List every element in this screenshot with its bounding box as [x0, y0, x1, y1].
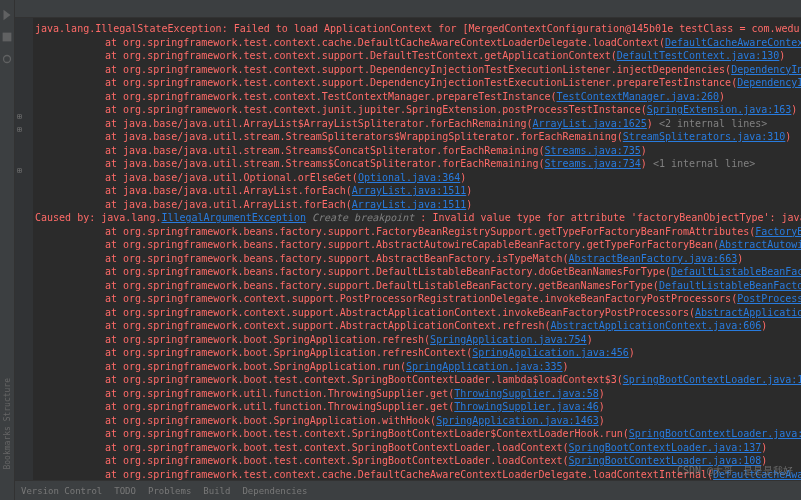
stack-frame: at java.base/java.util.stream.Streams$Co… — [35, 144, 801, 158]
console-output[interactable]: ⊞ ⊞ ⊞ java.lang.IllegalStateException: F… — [15, 18, 801, 480]
stack-frame: at java.base/java.util.ArrayList$ArrayLi… — [35, 117, 801, 131]
stack-frame: at org.springframework.context.support.A… — [35, 306, 801, 320]
stack-frame: at org.springframework.boot.SpringApplic… — [35, 346, 801, 360]
source-link[interactable]: ThrowingSupplier.java:58 — [454, 388, 599, 399]
tab-problems[interactable]: Problems — [148, 486, 191, 496]
stack-frame: at org.springframework.boot.test.context… — [35, 427, 801, 441]
source-link[interactable]: SpringApplication.java:1463 — [436, 415, 599, 426]
status-bar: Version Control TODO Problems Build Depe… — [15, 480, 801, 500]
stack-frame: at org.springframework.context.support.P… — [35, 292, 801, 306]
stack-frame: at java.base/java.util.ArrayList.forEach… — [35, 184, 801, 198]
source-link[interactable]: DefaultListableBeanFactory.java:575 — [671, 266, 801, 277]
fold-mark[interactable]: ⊞ — [17, 125, 22, 136]
stop-icon[interactable] — [0, 30, 14, 44]
stack-frame: at org.springframework.beans.factory.sup… — [35, 265, 801, 279]
source-link[interactable]: TestContextManager.java:260 — [557, 91, 720, 102]
source-link[interactable]: SpringApplication.java:335 — [406, 361, 563, 372]
source-link[interactable]: AbstractApplicationContext.java:788 — [695, 307, 801, 318]
source-link[interactable]: SpringBootContextLoader.java:553 — [629, 428, 801, 439]
svg-rect-0 — [3, 33, 12, 42]
stack-frame: at org.springframework.test.context.supp… — [35, 76, 801, 90]
source-link[interactable]: Streams.java:735 — [545, 145, 641, 156]
side-tabs[interactable]: Bookmarks Structure — [3, 378, 12, 470]
stack-frame: at java.base/java.util.Optional.orElseGe… — [35, 171, 801, 185]
source-link[interactable]: ArrayList.java:1511 — [352, 199, 466, 210]
source-link[interactable]: SpringBootContextLoader.java:137 — [623, 374, 801, 385]
stack-frame: at org.springframework.test.context.Test… — [35, 90, 801, 104]
fold-mark[interactable]: ⊞ — [17, 112, 22, 123]
stack-frame: at org.springframework.beans.factory.sup… — [35, 238, 801, 252]
run-icon[interactable] — [0, 8, 14, 22]
source-link[interactable]: DefaultListableBeanFactory.java:534 — [659, 280, 801, 291]
stack-frame: at org.springframework.util.function.Thr… — [35, 387, 801, 401]
source-link[interactable]: DefaultCacheAwareContextLoaderDelegate.j… — [665, 37, 801, 48]
stack-frame: at java.base/java.util.stream.StreamSpli… — [35, 130, 801, 144]
tab-todo[interactable]: TODO — [114, 486, 136, 496]
console-toolbar — [15, 0, 801, 18]
source-link[interactable]: DependencyInjectionTestExecutionListener… — [731, 64, 801, 75]
source-link[interactable]: AbstractAutowireCapableBeanFactory.java:… — [719, 239, 801, 250]
source-link[interactable]: AbstractApplicationContext.java:606 — [551, 320, 762, 331]
stack-frame: at org.springframework.boot.SpringApplic… — [35, 360, 801, 374]
source-link[interactable]: AbstractBeanFactory.java:663 — [569, 253, 738, 264]
stack-frame: at java.base/java.util.ArrayList.forEach… — [35, 198, 801, 212]
stack-frame: at org.springframework.test.context.juni… — [35, 103, 801, 117]
stack-frame: at org.springframework.boot.SpringApplic… — [35, 414, 801, 428]
stack-frame: at org.springframework.boot.SpringApplic… — [35, 333, 801, 347]
svg-point-1 — [4, 56, 11, 63]
tab-dependencies[interactable]: Dependencies — [242, 486, 307, 496]
exception-header: java.lang.IllegalStateException: Failed … — [35, 22, 801, 36]
caused-by-line: Caused by: java.lang.IllegalArgumentExce… — [35, 211, 801, 225]
watermark: CSDN @大哥，是是是我好 — [677, 464, 793, 478]
stack-frame: at org.springframework.test.context.supp… — [35, 63, 801, 77]
tab-build[interactable]: Build — [203, 486, 230, 496]
source-link[interactable]: SpringApplication.java:456 — [472, 347, 629, 358]
source-link[interactable]: SpringApplication.java:754 — [430, 334, 587, 345]
stack-frame: at org.springframework.util.function.Thr… — [35, 400, 801, 414]
settings-icon[interactable] — [0, 52, 14, 66]
source-link[interactable]: SpringBootContextLoader.java:137 — [569, 442, 762, 453]
source-link[interactable]: ArrayList.java:1511 — [352, 185, 466, 196]
source-link[interactable]: Optional.java:364 — [358, 172, 460, 183]
stack-frame: at java.base/java.util.stream.Streams$Co… — [35, 157, 801, 171]
stack-frame: at org.springframework.boot.test.context… — [35, 373, 801, 387]
source-link[interactable]: SpringExtension.java:163 — [647, 104, 792, 115]
stack-frame: at org.springframework.test.context.cach… — [35, 36, 801, 50]
source-link[interactable]: ThrowingSupplier.java:46 — [454, 401, 599, 412]
create-breakpoint[interactable]: Create breakpoint — [312, 212, 414, 223]
stack-frame: at org.springframework.test.context.supp… — [35, 49, 801, 63]
stack-frame: at org.springframework.beans.factory.sup… — [35, 252, 801, 266]
source-link[interactable]: DependencyInjectionTestExecutionListener… — [737, 77, 801, 88]
tab-version-control[interactable]: Version Control — [21, 486, 102, 496]
stack-frame: at org.springframework.context.support.A… — [35, 319, 801, 333]
stack-frame: at org.springframework.boot.test.context… — [35, 441, 801, 455]
source-link[interactable]: ArrayList.java:1625 — [532, 118, 646, 129]
source-link[interactable]: DefaultTestContext.java:130 — [617, 50, 780, 61]
source-link[interactable]: FactoryBeanRegistrySupport.java:86 — [755, 226, 801, 237]
source-link[interactable]: Streams.java:734 — [545, 158, 641, 169]
stack-frame: at org.springframework.beans.factory.sup… — [35, 225, 801, 239]
gutter: ⊞ ⊞ ⊞ — [15, 18, 33, 480]
fold-mark[interactable]: ⊞ — [17, 166, 22, 177]
exception-link[interactable]: IllegalArgumentException — [161, 212, 306, 223]
source-link[interactable]: PostProcessorRegistrationDelegate.java:1… — [737, 293, 801, 304]
source-link[interactable]: StreamSpliterators.java:310 — [623, 131, 786, 142]
stack-frame: at org.springframework.beans.factory.sup… — [35, 279, 801, 293]
